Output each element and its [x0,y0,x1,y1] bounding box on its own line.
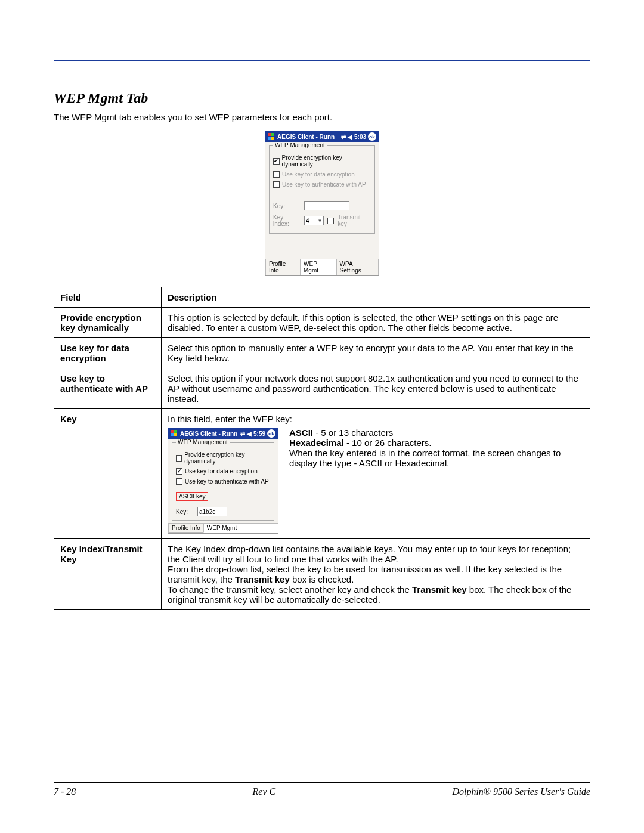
checkbox-label: Provide encryption key dynamically [184,451,270,465]
field-description: Select this option if your network does … [162,368,590,409]
ok-button[interactable]: ok [267,429,275,438]
field-description: In this field, enter the WEP key: AEGIS … [162,409,590,539]
checkbox-row-2[interactable]: ✔ Use key for data encryption [176,468,270,475]
ascii-rest: - 5 or 13 characters [313,428,393,438]
revision: Rev C [253,786,276,797]
tab-profile-info[interactable]: Profile Info [168,524,204,533]
key-input[interactable]: a1b2c [197,507,227,516]
tab-wpa-settings[interactable]: WPA Settings [336,259,379,275]
page-footer: 7 - 28 Rev C Dolphin® 9500 Series User's… [54,782,590,797]
row5-p1: The Key Index drop-down list contains th… [168,544,584,564]
section-title: WEP Mgmt Tab [54,90,590,106]
table-row: Provide encryption key dynamically This … [54,308,590,338]
transmit-checkbox[interactable] [327,218,334,224]
status-icons: ⇄ ◀ 5:03 ok [341,132,376,141]
window-body: WEP Management Provide encryption key dy… [168,439,278,523]
window-title: AEGIS Client - Runn [180,431,240,437]
key-format-text: ASCII - 5 or 13 characters Hexadecimal -… [289,428,584,468]
wep-management-group: WEP Management Provide encryption key dy… [172,442,274,521]
tab-wep-mgmt[interactable]: WEP Mgmt [203,524,240,533]
header-description: Description [162,287,590,308]
figure-1: AEGIS Client - Runn ⇄ ◀ 5:03 ok WEP Mana… [54,131,590,276]
svg-rect-3 [271,137,274,140]
key-row: Key: a1b2c [176,507,270,516]
field-description: Select this option to manually enter a W… [162,338,590,368]
group-legend: WEP Management [176,439,230,445]
key-index-label: Key index: [273,214,301,227]
windows-logo-icon [171,430,178,437]
sync-icon: ⇄ [341,134,346,140]
device-window-1: AEGIS Client - Runn ⇄ ◀ 5:03 ok WEP Mana… [265,131,379,276]
checkbox-icon[interactable] [273,181,280,188]
svg-rect-2 [268,137,271,140]
status-icons: ⇄ ◀ 5:59 ok [240,429,275,438]
intro-text: The WEP Mgmt tab enables you to set WEP … [54,112,590,122]
checkbox-label: Use key for data encryption [282,171,355,178]
ok-button[interactable]: ok [368,132,376,141]
checkbox-row-1[interactable]: Provide encryption key dynamically [176,451,270,465]
svg-rect-4 [171,430,174,433]
checkbox-icon[interactable] [176,478,182,485]
key-label: Key: [176,509,194,515]
key-label: Key: [273,203,301,209]
window-body: WEP Management ✔ Provide encryption key … [265,142,379,259]
row5-p2c: box is checked. [290,574,354,584]
table-row: Key Index/Transmit Key The Key Index dro… [54,539,590,610]
chevron-down-icon: ▼ [318,218,323,224]
hex-rest: - 10 or 26 characters. [344,438,432,448]
key-row: Key: [273,201,371,210]
field-name: Provide encryption key dynamically [54,308,162,338]
table-row: Key In this field, enter the WEP key: AE… [54,409,590,539]
field-name: Key [54,409,162,539]
checkbox-row-2[interactable]: Use key for data encryption [273,171,371,178]
tab-profile-info[interactable]: Profile Info [265,259,301,275]
key-index-value: 4 [306,218,309,224]
window-titlebar: AEGIS Client - Runn ⇄ ◀ 5:59 ok [168,428,278,439]
checkbox-label: Use key for data encryption [185,468,258,475]
clock-value: 5:59 [253,431,265,437]
row5-p3b: Transmit key [412,584,467,594]
svg-rect-0 [268,133,271,136]
ascii-key-badge: ASCII key [176,492,208,501]
checkbox-row-3[interactable]: Use key to authenticate with AP [176,478,270,485]
row5-p2a: From the drop-down list, select the key … [168,564,562,584]
footer-row: 7 - 28 Rev C Dolphin® 9500 Series User's… [54,786,590,797]
clock-value: 5:03 [354,134,366,140]
header-field: Field [54,287,162,308]
key-intro: In this field, enter the WEP key: [168,414,584,424]
checkbox-icon[interactable] [273,171,280,178]
field-name: Key Index/Transmit Key [54,539,162,610]
svg-rect-7 [174,433,177,436]
key-index-dropdown[interactable]: 4 ▼ [304,216,324,225]
row5-p3a: To change the transmit key, select anoth… [168,584,412,594]
field-description: This option is selected by default. If t… [162,308,590,338]
tab-wep-mgmt[interactable]: WEP Mgmt [300,259,337,275]
transmit-label: Transmit key [338,214,371,227]
checkbox-checked-icon[interactable]: ✔ [273,158,280,165]
tab-bar: Profile Info WEP Mgmt WPA Settings [265,259,379,275]
row5-p2b: Transmit key [235,574,290,584]
checkbox-row-1[interactable]: ✔ Provide encryption key dynamically [273,154,371,168]
checkbox-label: Use key to authenticate with AP [282,181,366,188]
window-titlebar: AEGIS Client - Runn ⇄ ◀ 5:03 ok [265,131,379,142]
table-row: Use key to authenticate with AP Select t… [54,368,590,409]
field-description-table: Field Description Provide encryption key… [54,287,590,610]
field-description: The Key Index drop-down list contains th… [162,539,590,610]
checkbox-row-3[interactable]: Use key to authenticate with AP [273,181,371,188]
svg-rect-1 [271,133,274,136]
checkbox-checked-icon[interactable]: ✔ [176,468,182,475]
windows-logo-icon [268,133,275,140]
checkbox-label: Provide encryption key dynamically [282,154,371,168]
key-input[interactable] [304,201,349,210]
top-rule [54,60,590,61]
checkbox-icon[interactable] [176,455,182,462]
page: WEP Mgmt Tab The WEP Mgmt tab enables yo… [0,0,644,833]
page-number: 7 - 28 [54,786,76,797]
device-window-2: AEGIS Client - Runn ⇄ ◀ 5:59 ok WEP Mana… [168,428,278,534]
table-row: Use key for data encryption Select this … [54,338,590,368]
key-format-rest: When the key entered is in the correct f… [289,448,584,468]
svg-rect-5 [174,430,177,433]
checkbox-label: Use key to authenticate with AP [185,478,269,485]
volume-icon: ◀ [247,431,252,437]
wep-management-group: WEP Management ✔ Provide encryption key … [269,145,375,234]
